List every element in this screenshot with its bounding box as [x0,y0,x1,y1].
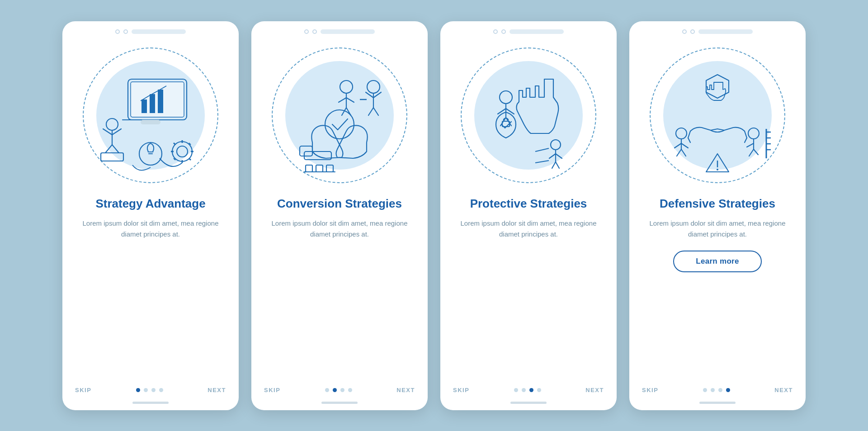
svg-point-53 [551,140,561,150]
svg-line-55 [549,154,556,158]
nav-dot-3-4[interactable] [537,388,541,392]
card-body-3: Lorem ipsum dolor sit dim amet, mea regi… [454,218,603,240]
svg-line-12 [112,145,119,153]
svg-rect-3 [141,120,160,124]
svg-point-68 [717,169,718,171]
nav-next-2[interactable]: NEXT [396,387,415,393]
svg-rect-6 [158,90,163,113]
card-content-3: Protective Strategies Lorem ipsum dolor … [440,192,617,387]
top-line-3 [509,29,564,34]
svg-line-63 [745,131,747,138]
card-title-2: Conversion Strategies [277,197,402,211]
nav-dot-1-4[interactable] [159,388,163,392]
nav-dot-2-3[interactable] [340,388,344,392]
card-title-4: Defensive Strategies [660,197,775,211]
svg-line-49 [506,109,514,114]
nav-dot-4-4[interactable] [726,388,730,392]
top-dot-6 [501,29,506,34]
nav-dot-2-1[interactable] [325,388,329,392]
card-defensive-strategies: Defensive Strategies Lorem ipsum dolor s… [629,21,806,410]
svg-line-56 [556,154,562,158]
card-bottom-bar-2 [321,402,358,404]
card-body-4: Lorem ipsum dolor sit dim amet, mea regi… [643,218,792,240]
svg-point-28 [367,81,380,93]
top-dot-3 [304,29,309,34]
nav-dot-1-2[interactable] [144,388,148,392]
card-top-bar-4 [629,21,806,38]
svg-point-18 [177,146,188,157]
svg-rect-1 [131,82,184,117]
illustration-svg-4 [654,54,781,181]
svg-line-64 [688,138,690,142]
svg-line-72 [749,149,754,156]
svg-point-69 [748,128,759,139]
top-line-2 [321,29,375,34]
nav-dot-2-2[interactable] [333,388,337,392]
card-bottom-bar-3 [510,402,547,404]
card-bottom-bar-4 [699,402,736,404]
illustration-area-3 [440,38,617,192]
svg-line-65 [745,138,747,142]
nav-skip-3[interactable]: SKIP [453,387,469,393]
svg-rect-44 [326,165,333,172]
svg-line-48 [498,109,506,114]
nav-dots-1 [136,388,163,392]
card-body-2: Lorem ipsum dolor sit dim amet, mea regi… [265,218,414,240]
learn-more-button[interactable]: Learn more [673,251,762,272]
svg-line-84 [681,149,686,156]
nav-dot-1-1[interactable] [136,388,140,392]
top-dot-2 [123,29,128,34]
svg-rect-4 [142,99,147,113]
nav-skip-4[interactable]: SKIP [642,387,658,393]
nav-dots-4 [703,388,730,392]
nav-dot-3-2[interactable] [522,388,526,392]
card-conversion-strategies: Conversion Strategies Lorem ipsum dolor … [251,21,428,410]
nav-dot-4-3[interactable] [718,388,722,392]
nav-next-4[interactable]: NEXT [774,387,793,393]
illustration-area-4 [629,38,806,192]
svg-line-33 [373,108,378,115]
illustration-svg-3 [465,54,592,181]
illustration-svg-1 [87,54,214,181]
nav-dot-3-3[interactable] [529,388,533,392]
illustration-area-1 [62,38,239,192]
top-line [132,29,186,34]
svg-point-34 [340,81,353,93]
nav-dot-2-4[interactable] [348,388,352,392]
svg-line-71 [747,143,754,147]
svg-line-59 [535,148,549,152]
svg-line-83 [677,149,681,156]
card-top-bar-3 [440,21,617,38]
nav-dot-4-1[interactable] [703,388,707,392]
card-content-2: Conversion Strategies Lorem ipsum dolor … [251,192,428,387]
card-bottom-bar-1 [132,402,169,404]
nav-skip-2[interactable]: SKIP [264,387,280,393]
nav-skip-1[interactable]: SKIP [75,387,91,393]
svg-line-57 [552,162,556,168]
card-title-1: Strategy Advantage [95,197,205,211]
svg-line-58 [556,162,559,168]
svg-rect-42 [306,165,312,172]
nav-dot-3-1[interactable] [514,388,518,392]
svg-rect-43 [316,165,323,172]
card-strategy-advantage: Strategy Advantage Lorem ipsum dolor sit… [62,21,239,410]
nav-next-1[interactable]: NEXT [208,387,226,393]
nav-dot-4-2[interactable] [711,388,715,392]
card-top-bar-2 [251,21,428,38]
svg-line-73 [754,149,758,155]
top-dot-8 [690,29,695,34]
top-dot-4 [312,29,317,34]
nav-next-3[interactable]: NEXT [585,387,604,393]
svg-line-23 [174,143,175,145]
card-nav-4: SKIP NEXT [629,387,806,399]
top-line-4 [698,29,753,34]
nav-dots-3 [514,388,541,392]
svg-point-79 [676,128,687,139]
card-nav-3: SKIP NEXT [440,387,617,399]
svg-line-60 [535,161,549,163]
svg-line-81 [681,143,688,148]
svg-line-32 [368,108,373,115]
svg-rect-13 [101,153,123,161]
nav-dot-1-3[interactable] [151,388,156,392]
svg-line-62 [688,131,690,138]
